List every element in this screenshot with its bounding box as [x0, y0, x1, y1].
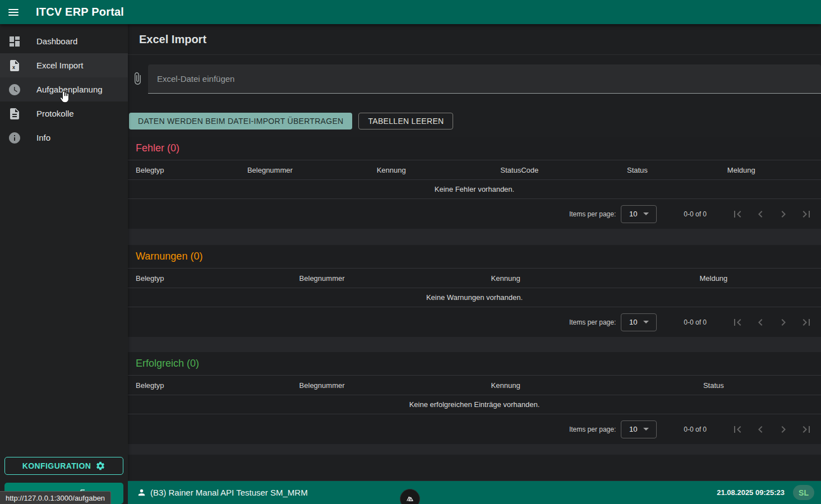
warnings-paginator: Items per page: 10 0-0 of 0 [128, 307, 821, 337]
import-on-upload-button[interactable]: DATEN WERDEN BEIM DATEI-IMPORT ÜBERTRAGE… [129, 113, 352, 130]
section-gap [128, 444, 821, 455]
chevron-down-icon [643, 212, 649, 215]
menu-icon[interactable] [0, 0, 27, 24]
last-page-icon[interactable] [800, 207, 813, 221]
sidebar-item-dashboard[interactable]: Dashboard [0, 29, 128, 53]
column-header: Belegnummer [218, 166, 322, 174]
last-page-icon[interactable] [800, 423, 813, 436]
link-preview: http://127.0.0.1:3000/aufgaben [0, 491, 111, 504]
page-size-select[interactable]: 10 [621, 313, 657, 331]
sidebar-item-protokolle[interactable]: Protokolle [0, 101, 128, 126]
page-size-select[interactable]: 10 [621, 420, 657, 438]
person-icon [137, 488, 146, 497]
chevron-right-icon[interactable] [777, 207, 790, 221]
clock-icon [8, 83, 21, 96]
page-size-select[interactable]: 10 [621, 205, 657, 223]
main-content: Excel Import DATEN WERDEN BEIM DATEI-IMP… [128, 24, 821, 504]
page-size-value: 10 [629, 210, 637, 218]
chevron-left-icon[interactable] [754, 207, 767, 221]
column-header: Belegnummer [239, 274, 405, 283]
status-bar: (B3) Rainer Manal API Testuser SM_MRM 21… [128, 481, 821, 504]
sidebar-item-label: Protokolle [36, 109, 74, 118]
column-header: Belegtyp [128, 381, 239, 390]
errors-table-header: Belegtyp Belegnummer Kennung StatusCode … [128, 160, 821, 180]
column-header: Status [606, 381, 821, 390]
avatar[interactable]: SL [793, 485, 814, 500]
page-title: Excel Import [139, 33, 206, 46]
document-icon [8, 107, 21, 121]
errors-section-title: Fehler (0) [128, 137, 821, 160]
column-header: Kennung [405, 381, 606, 390]
warnings-section: Warnungen (0) Belegtyp Belegnummer Kennu… [128, 245, 821, 337]
sidebar-nav: Dashboard x Excel Import Aufgabenplanung… [0, 24, 128, 150]
items-per-page-label: Items per page: [569, 426, 616, 433]
sidebar-item-excel-import[interactable]: x Excel Import [0, 53, 128, 77]
column-header: Kennung [405, 274, 606, 283]
excel-file-input[interactable] [148, 64, 821, 94]
errors-section: Fehler (0) Belegtyp Belegnummer Kennung … [128, 137, 821, 229]
range-label: 0-0 of 0 [684, 426, 707, 433]
warnings-table-header: Belegtyp Belegnummer Kennung Meldung [128, 269, 821, 288]
page-size-value: 10 [629, 318, 637, 326]
chevron-right-icon[interactable] [777, 423, 790, 436]
column-header: Belegtyp [128, 166, 218, 174]
paperclip-icon[interactable] [131, 72, 144, 85]
success-section-title: Erfolgreich (0) [128, 352, 821, 376]
success-paginator: Items per page: 10 0-0 of 0 [128, 414, 821, 444]
column-header: StatusCode [460, 166, 578, 174]
clear-tables-button[interactable]: TABELLEN LEEREN [358, 113, 453, 130]
page-header: Excel Import [128, 24, 821, 55]
success-empty-message: Keine erfolgreichen Einträge vorhanden. [128, 395, 821, 414]
column-header: Status [578, 166, 696, 174]
column-header: Meldung [606, 274, 821, 283]
errors-paginator: Items per page: 10 0-0 of 0 [128, 199, 821, 229]
first-page-icon[interactable] [731, 316, 744, 329]
sidebar-item-aufgabenplanung[interactable]: Aufgabenplanung [0, 77, 128, 101]
success-table-header: Belegtyp Belegnummer Kennung Status [128, 376, 821, 395]
sidebar-item-info[interactable]: Info [0, 126, 128, 150]
info-icon [8, 131, 21, 145]
section-gap [128, 337, 821, 352]
last-page-icon[interactable] [800, 316, 813, 329]
timestamp: 21.08.2025 09:25:23 [717, 488, 785, 497]
warnings-empty-message: Keine Warnungen vorhanden. [128, 288, 821, 307]
column-header: Belegnummer [239, 381, 405, 390]
errors-empty-message: Keine Fehler vorhanden. [128, 180, 821, 199]
first-page-icon[interactable] [731, 207, 744, 221]
sidebar-item-label: Info [36, 133, 50, 142]
file-upload-row [128, 55, 821, 105]
items-per-page-label: Items per page: [569, 318, 616, 326]
gear-icon [95, 461, 105, 471]
items-per-page-label: Items per page: [569, 210, 616, 218]
app-window: ITCV ERP Portal Dashboard x Excel Import… [0, 0, 821, 504]
sidebar: Dashboard x Excel Import Aufgabenplanung… [0, 24, 128, 504]
top-app-bar: ITCV ERP Portal [0, 0, 821, 24]
mountains-icon [404, 493, 416, 504]
status-bar-right: 21.08.2025 09:25:23 SL [717, 485, 814, 500]
konfiguration-label: KONFIGURATION [22, 461, 91, 470]
chevron-left-icon[interactable] [754, 316, 767, 329]
page-size-value: 10 [629, 425, 637, 433]
sidebar-item-label: Aufgabenplanung [36, 85, 103, 94]
column-header: Belegtyp [128, 274, 239, 283]
svg-text:x: x [12, 64, 15, 70]
success-section: Erfolgreich (0) Belegtyp Belegnummer Ken… [128, 352, 821, 444]
chevron-right-icon[interactable] [777, 316, 790, 329]
user-name: (B3) Rainer Manal API Testuser SM_MRM [150, 488, 308, 497]
current-user: (B3) Rainer Manal API Testuser SM_MRM [137, 488, 308, 497]
first-page-icon[interactable] [731, 423, 744, 436]
actions-row: DATEN WERDEN BEIM DATEI-IMPORT ÜBERTRAGE… [128, 105, 821, 137]
warnings-section-title: Warnungen (0) [128, 245, 821, 269]
dashboard-icon [8, 35, 21, 48]
range-label: 0-0 of 0 [684, 318, 707, 326]
chevron-left-icon[interactable] [754, 423, 767, 436]
sidebar-item-label: Excel Import [36, 61, 83, 70]
range-label: 0-0 of 0 [684, 210, 707, 218]
app-title: ITCV ERP Portal [36, 6, 124, 19]
chevron-down-icon [643, 321, 649, 323]
column-header: Meldung [696, 166, 786, 174]
section-gap [128, 229, 821, 245]
column-header: Kennung [322, 166, 460, 174]
excel-file-icon: x [8, 59, 21, 72]
konfiguration-button[interactable]: KONFIGURATION [4, 457, 123, 475]
